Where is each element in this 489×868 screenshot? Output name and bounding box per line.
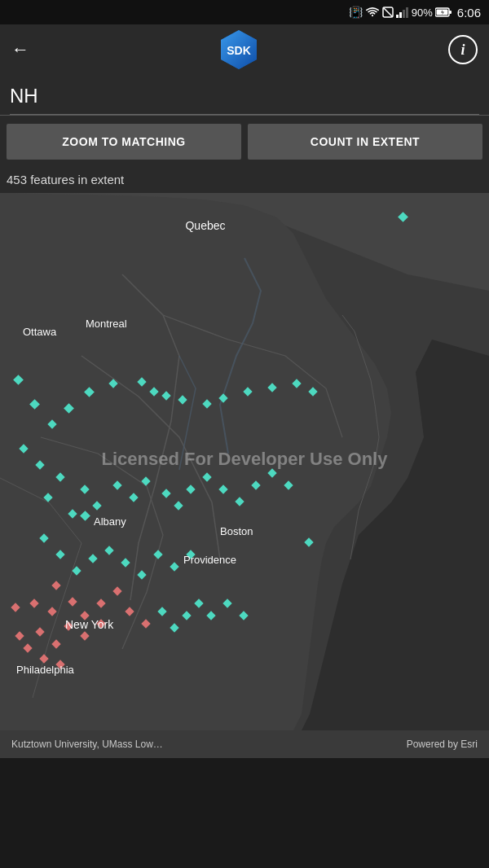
svg-rect-5 (406, 7, 408, 18)
count-in-extent-button[interactable]: COUNT IN EXTENT (248, 124, 482, 160)
svg-text:Philadelphia: Philadelphia (16, 664, 75, 676)
info-button[interactable]: i (448, 35, 478, 64)
svg-text:Montreal: Montreal (86, 318, 127, 330)
top-bar: ← SDK i (0, 24, 489, 75)
features-count: 453 features in extent (0, 168, 489, 193)
svg-line-1 (383, 7, 393, 17)
status-icons: 📳 90% 6:06 (349, 6, 481, 20)
status-time: 6:06 (457, 6, 481, 20)
zoom-to-matching-button[interactable]: ZOOM TO MATCHING (7, 124, 241, 160)
svg-rect-3 (399, 12, 402, 18)
info-icon: i (460, 42, 465, 59)
battery-bolt-icon (435, 7, 452, 17)
map-container[interactable]: Quebec Ottawa Montreal Albany Boston Pro… (0, 193, 489, 730)
vibrate-icon: 📳 (349, 6, 363, 19)
svg-text:Ottawa: Ottawa (23, 326, 57, 338)
svg-text:Albany: Albany (94, 515, 126, 528)
battery-percent: 90% (412, 7, 433, 19)
sdk-logo: SDK (218, 28, 260, 71)
attribution-left: Kutztown University, UMass Low… (11, 739, 163, 750)
signal-icon (396, 7, 409, 18)
svg-rect-2 (396, 15, 399, 18)
no-sim-icon (382, 7, 394, 18)
features-count-text: 453 features in extent (7, 173, 124, 186)
back-button[interactable]: ← (11, 39, 29, 60)
svg-text:Boston: Boston (220, 525, 253, 537)
svg-text:Providence: Providence (183, 554, 236, 566)
svg-rect-4 (403, 10, 405, 18)
search-bar (0, 75, 489, 116)
map-svg: Quebec Ottawa Montreal Albany Boston Pro… (0, 193, 489, 730)
svg-text:New York: New York (65, 618, 114, 631)
status-bar: 📳 90% 6:06 (0, 0, 489, 24)
svg-text:SDK: SDK (227, 44, 251, 57)
attribution-bar: Kutztown University, UMass Low… Powered … (0, 730, 489, 758)
search-input[interactable] (10, 81, 479, 115)
svg-rect-7 (449, 11, 452, 14)
attribution-right: Powered by Esri (407, 739, 478, 750)
wifi-icon (365, 7, 380, 18)
buttons-row: ZOOM TO MATCHING COUNT IN EXTENT (0, 116, 489, 168)
svg-text:Quebec: Quebec (185, 219, 225, 232)
